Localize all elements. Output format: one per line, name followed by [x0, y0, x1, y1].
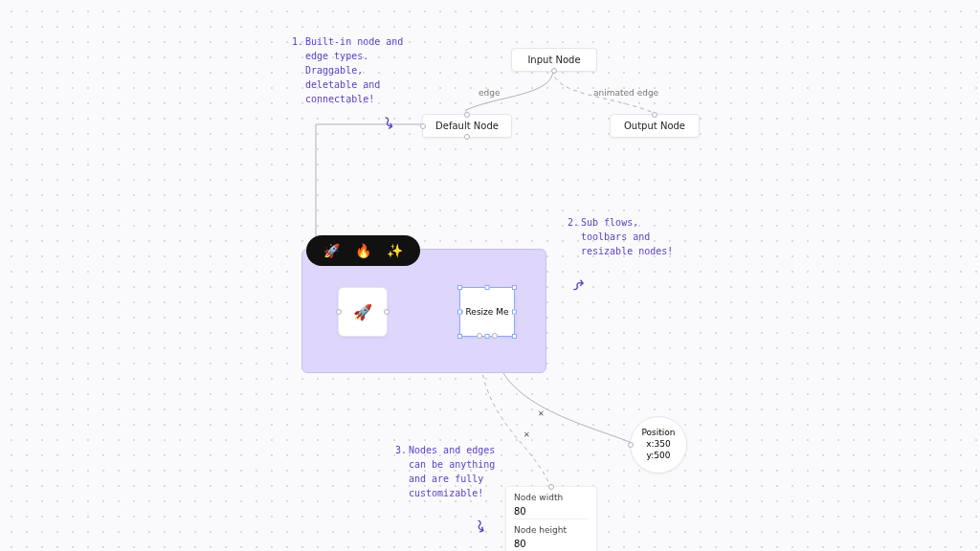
position-title: Position — [641, 428, 675, 439]
edge-delete-marker-2[interactable]: ✕ — [523, 430, 530, 439]
node-input-label: Input Node — [527, 55, 580, 65]
annotation-3-num: 3. — [395, 443, 409, 457]
handle-input-bottom[interactable] — [551, 68, 557, 74]
form-width-label: Node width — [514, 493, 589, 502]
node-resize-label: Resize Me — [466, 307, 509, 317]
handle-resize-bottom-2[interactable] — [492, 333, 498, 339]
node-input[interactable]: Input Node — [511, 48, 597, 72]
resize-handle-l[interactable] — [457, 310, 462, 315]
resize-handle-t[interactable] — [485, 285, 490, 290]
handle-default-top[interactable] — [464, 112, 470, 118]
node-icon[interactable]: 🚀 — [338, 287, 388, 337]
resize-handle-tl[interactable] — [457, 285, 462, 290]
form-height-input[interactable] — [514, 537, 589, 551]
resize-handle-tr[interactable] — [512, 285, 517, 290]
edge-delete-marker-1[interactable]: ✕ — [538, 409, 545, 418]
edge-label-animated: animated edge — [593, 88, 659, 98]
annotation-1-text: Built-in node and edge types. Draggable,… — [305, 34, 407, 106]
handle-form-top[interactable] — [548, 484, 554, 490]
resize-handle-r[interactable] — [512, 310, 517, 315]
annotation-3: 3.Nodes and edges can be anything and ar… — [395, 443, 510, 500]
node-resize[interactable]: Resize Me — [459, 287, 515, 337]
annotation-1: 1.Built-in node and edge types. Draggabl… — [292, 34, 407, 106]
resize-handle-br[interactable] — [512, 334, 517, 339]
handle-default-bottom[interactable] — [464, 134, 470, 140]
annotation-1-num: 1. — [292, 34, 305, 49]
node-default-label: Default Node — [435, 121, 499, 131]
resize-handle-b[interactable] — [485, 334, 490, 339]
annotation-3-arrow-icon: ↝ — [470, 517, 491, 535]
node-output[interactable]: Output Node — [610, 114, 700, 138]
node-position[interactable]: Position x:350 y:500 — [630, 416, 687, 474]
node-toolbar: 🚀 🔥 ✨ — [306, 235, 420, 266]
form-width-input[interactable] — [514, 504, 589, 519]
edge-label-plain: edge — [479, 88, 501, 98]
handle-position-left[interactable] — [628, 442, 634, 448]
handle-icon-left[interactable] — [336, 309, 342, 315]
rocket-icon: 🚀 — [353, 303, 372, 321]
annotation-1-arrow-icon: ↝ — [378, 112, 400, 132]
form-height-label: Node height — [514, 525, 589, 535]
flow-canvas[interactable]: edge animated edge ✕ ✕ Input Node Defaul… — [0, 0, 980, 551]
handle-icon-right[interactable] — [384, 309, 390, 315]
node-default[interactable]: Default Node — [422, 114, 512, 138]
handle-resize-bottom-1[interactable] — [477, 333, 482, 339]
resize-handle-bl[interactable] — [457, 334, 462, 339]
toolbar-rocket-icon[interactable]: 🚀 — [323, 243, 340, 258]
annotation-2-text: Sub flows, toolbars and resizable nodes! — [581, 215, 682, 258]
edge-input-output — [553, 70, 654, 115]
annotation-2-num: 2. — [568, 215, 581, 230]
handle-default-left[interactable] — [420, 123, 426, 129]
node-output-label: Output Node — [624, 121, 685, 131]
edge-input-default — [466, 70, 553, 115]
handle-output-top[interactable] — [652, 112, 657, 118]
node-form[interactable]: Node width Node height — [505, 486, 597, 551]
position-x: x:350 — [646, 439, 671, 451]
annotation-2: 2.Sub flows, toolbars and resizable node… — [568, 215, 682, 258]
toolbar-sparkle-icon[interactable]: ✨ — [387, 243, 403, 258]
toolbar-fire-icon[interactable]: 🔥 — [355, 243, 371, 258]
position-y: y:500 — [647, 451, 671, 462]
annotation-3-text: Nodes and edges can be anything and are … — [409, 443, 510, 500]
annotation-2-arrow-icon: ↝ — [568, 276, 589, 298]
